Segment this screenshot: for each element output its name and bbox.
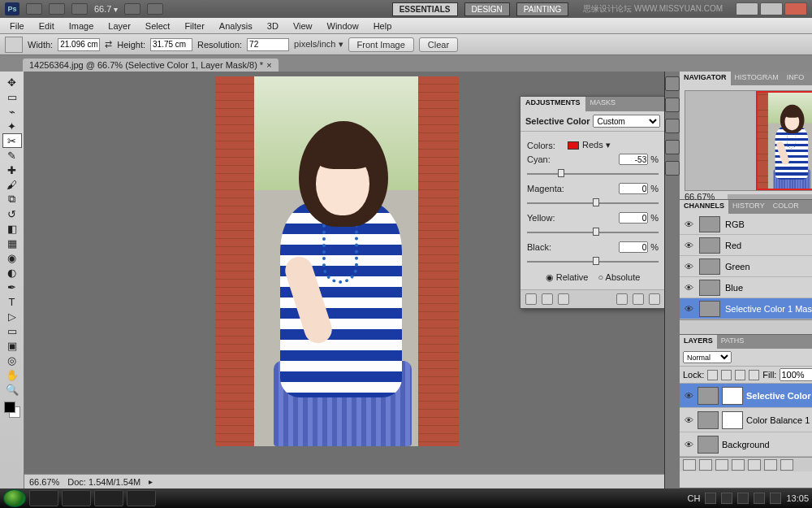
close-button[interactable] [784, 2, 807, 15]
channel-row[interactable]: 👁 Selective Color 1 Mask Ctrl+\ [680, 298, 812, 319]
fx-icon[interactable] [699, 459, 712, 471]
document-tab[interactable]: 14256364.jpg @ 66.7% (Selective Color 1,… [23, 59, 279, 72]
navigator-slider[interactable] [728, 194, 812, 199]
lock-all-icon[interactable] [749, 370, 759, 380]
tab-layers[interactable]: LAYERS [680, 335, 717, 349]
tray-icon[interactable] [705, 493, 716, 504]
slider-track[interactable] [527, 227, 659, 238]
blend-mode-select[interactable]: Normal [683, 351, 732, 363]
trash-icon[interactable] [780, 459, 793, 471]
mask-icon[interactable] [715, 459, 728, 471]
visibility-icon[interactable]: 👁 [683, 240, 694, 251]
resolution-input[interactable] [247, 38, 289, 51]
menu-filter[interactable]: Filter [178, 20, 210, 33]
preset-select[interactable]: Custom [593, 115, 660, 128]
channel-row[interactable]: 👁 Green Ctrl+4 [680, 256, 812, 277]
status-zoom[interactable]: 66.67% [29, 477, 59, 487]
slider-track[interactable] [527, 256, 659, 267]
tab-masks[interactable]: MASKS [585, 97, 621, 111]
dock-icon-3[interactable] [665, 119, 680, 133]
visibility-icon[interactable]: 👁 [683, 390, 694, 402]
move-tool[interactable]: ✥ [2, 75, 22, 89]
taskbar-app-3[interactable] [94, 490, 123, 506]
workspace-essentials[interactable]: ESSENTIALS [392, 2, 458, 16]
visibility-icon[interactable]: 👁 [683, 415, 694, 426]
dock-icon-1[interactable] [665, 76, 680, 91]
newlayer-icon[interactable] [764, 459, 777, 471]
adj-clip-icon[interactable] [616, 293, 628, 305]
adj-reset-icon[interactable] [558, 293, 569, 305]
menu-select[interactable]: Select [139, 20, 177, 33]
lock-pos-icon[interactable] [735, 370, 745, 380]
taskbar-app-1[interactable] [29, 490, 58, 506]
adjustments-panel[interactable]: ADJUSTMENTS MASKS Selective Color Custom… [520, 96, 664, 309]
document-canvas[interactable] [215, 76, 459, 446]
clock[interactable]: 13:05 [786, 493, 809, 503]
relative-radio[interactable]: ◉ Relative [546, 272, 589, 283]
arrange-icon[interactable] [124, 3, 140, 15]
healing-tool[interactable]: ✚ [2, 163, 22, 177]
clear-button[interactable]: Clear [419, 37, 458, 52]
tab-adjustments[interactable]: ADJUSTMENTS [520, 97, 585, 111]
visibility-icon[interactable]: 👁 [683, 439, 694, 450]
visibility-icon[interactable]: 👁 [683, 303, 694, 315]
close-icon[interactable]: × [266, 60, 271, 70]
blur-tool[interactable]: ◉ [2, 250, 22, 265]
visibility-icon[interactable]: 👁 [683, 219, 694, 230]
taskbar-app-2[interactable] [62, 490, 91, 506]
lasso-tool[interactable]: ⌁ [2, 104, 22, 119]
tray-icon[interactable] [737, 493, 749, 504]
tab-paths[interactable]: PATHS [717, 335, 749, 349]
menu-layer[interactable]: Layer [102, 20, 137, 33]
brush-tool[interactable]: 🖌 [2, 177, 22, 192]
stamp-tool[interactable]: ⧉ [2, 192, 22, 206]
hand-tool[interactable]: ✋ [2, 367, 22, 382]
menu-window[interactable]: Window [321, 20, 365, 33]
tab-color[interactable]: COLOR [769, 200, 803, 214]
menu-view[interactable]: View [287, 20, 319, 33]
visibility-icon[interactable]: 👁 [683, 261, 694, 272]
absolute-radio[interactable]: ○ Absolute [598, 272, 640, 283]
pen-tool[interactable]: ✒ [2, 280, 22, 294]
status-doc[interactable]: Doc: 1.54M/1.54M [67, 477, 140, 487]
crop-tool-icon[interactable] [5, 37, 23, 53]
type-tool[interactable]: T [2, 294, 22, 309]
group-icon[interactable] [748, 459, 761, 471]
layer-row[interactable]: 👁 Background 🔒 [680, 432, 812, 457]
dock-icon-2[interactable] [665, 98, 680, 112]
viewextras-icon[interactable] [71, 3, 88, 15]
gradient-tool[interactable]: ▦ [2, 236, 22, 250]
channel-row[interactable]: 👁 RGB Ctrl+2 [680, 214, 812, 235]
minibridge-icon[interactable] [49, 3, 65, 15]
tray-volume-icon[interactable] [770, 493, 781, 504]
lock-pixels-icon[interactable] [721, 370, 732, 380]
link-icon[interactable] [683, 459, 696, 471]
fill-input[interactable] [780, 368, 812, 381]
lang-indicator[interactable]: CH [688, 493, 701, 503]
adj-toggle-icon[interactable] [525, 293, 537, 305]
lock-trans-icon[interactable] [707, 370, 718, 380]
front-image-button[interactable]: Front Image [348, 37, 414, 52]
workspace-design[interactable]: DESIGN [464, 2, 510, 16]
path-tool[interactable]: ▷ [2, 309, 22, 323]
slider-value-input[interactable] [619, 241, 648, 253]
layer-row[interactable]: 👁 Color Balance 1 [680, 408, 812, 432]
menu-edit[interactable]: Edit [32, 20, 61, 33]
adjlayer-icon[interactable] [732, 459, 745, 471]
layer-mask-thumb[interactable] [722, 387, 743, 405]
visibility-icon[interactable]: 👁 [683, 282, 694, 293]
adj-view-icon[interactable] [542, 293, 553, 305]
zoom-tool[interactable]: 🔍 [2, 382, 22, 397]
swap-icon[interactable]: ⇄ [105, 39, 112, 50]
screenmode-icon[interactable] [147, 3, 163, 15]
navigator-thumb[interactable] [685, 90, 812, 191]
menu-image[interactable]: Image [63, 20, 101, 33]
tab-histogram[interactable]: HISTOGRAM [731, 72, 783, 85]
history-brush-tool[interactable]: ↺ [2, 206, 22, 221]
tab-info[interactable]: INFO [783, 72, 809, 85]
layer-row[interactable]: 👁 Selective Color 1 [680, 384, 812, 408]
menu-help[interactable]: Help [367, 20, 399, 33]
colors-select[interactable]: Reds ▾ [582, 140, 611, 150]
layer-mask-thumb[interactable] [722, 411, 743, 429]
tray-network-icon[interactable] [754, 493, 765, 504]
